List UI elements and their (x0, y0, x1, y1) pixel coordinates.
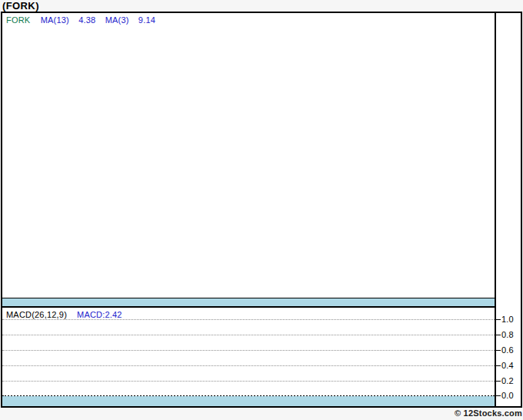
price-panel-legend: FORK MA(13) 4.38 MA(3) 9.14 (6, 15, 162, 25)
y-axis-divider (495, 13, 496, 406)
macd-legend-label: MACD(26,12,9) (6, 310, 67, 319)
tick-label: 0.2 (501, 377, 514, 385)
date-axis-band-upper (2, 298, 495, 308)
tick-mark (495, 335, 501, 335)
macd-legend-value: MACD:2.42 (77, 310, 122, 319)
tick-mark (495, 319, 501, 320)
gridline-0.2 (2, 381, 495, 382)
tick-mark (495, 365, 501, 366)
gridline-0.6 (2, 350, 495, 351)
date-axis-band-lower (2, 396, 495, 406)
legend-symbol: FORK (6, 15, 30, 25)
legend-ma2-value: 9.14 (138, 15, 155, 25)
macd-panel-legend: MACD(26,12,9)MACD:2.42 (6, 310, 122, 319)
tick-mark (495, 350, 501, 351)
legend-ma2-label: MA(3) (105, 15, 129, 25)
gridline-1.0 (2, 319, 495, 320)
legend-ma1-value: 4.38 (78, 15, 95, 25)
legend-ma1-label: MA(13) (41, 15, 69, 25)
page-title: (FORK) (2, 0, 39, 12)
gridline-0.8 (2, 335, 495, 335)
stock-chart-page: (FORK) FORK MA(13) 4.38 MA(3) 9.14 MACD(… (0, 0, 523, 420)
chart-container: FORK MA(13) 4.38 MA(3) 9.14 MACD(26,12,9… (1, 12, 522, 408)
tick-label: 0.0 (501, 392, 514, 400)
tick-mark (495, 395, 501, 396)
gridline-0.4 (2, 365, 495, 366)
tick-label: 0.6 (501, 346, 514, 355)
tick-label: 0.8 (501, 331, 514, 339)
tick-mark (495, 381, 501, 382)
tick-label: 0.4 (501, 362, 514, 370)
tick-label: 1.0 (501, 315, 514, 324)
copyright-watermark-link[interactable]: © 12Stocks.com (455, 408, 522, 418)
